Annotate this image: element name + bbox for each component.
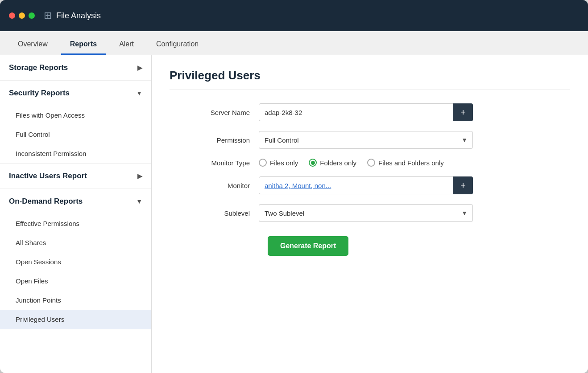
app-window: ⊞ File Analysis Overview Reports Alert C… xyxy=(0,0,588,373)
sidebar-item-open-files[interactable]: Open Files xyxy=(0,271,151,291)
sidebar-section-on-demand: On-Demand Reports ▼ Effective Permission… xyxy=(0,189,151,329)
page-title: Privileged Users xyxy=(170,69,570,90)
radio-files-and-folders[interactable]: Files and Folders only xyxy=(367,159,444,167)
tab-reports[interactable]: Reports xyxy=(61,35,106,55)
server-name-input[interactable] xyxy=(259,103,453,121)
storage-reports-arrow: ▶ xyxy=(137,64,142,71)
sidebar-item-inconsistent-permission[interactable]: Inconsistent Permission xyxy=(0,144,151,163)
sidebar: Storage Reports ▶ Security Reports ▼ Fil… xyxy=(0,55,152,373)
radio-circle-folders-only xyxy=(309,159,317,167)
app-icon: ⊞ xyxy=(44,10,52,21)
sidebar-section-on-demand-header[interactable]: On-Demand Reports ▼ xyxy=(0,189,151,214)
monitor-wrapper: anitha 2, Mount, non... + xyxy=(259,176,473,194)
monitor-row: Monitor anitha 2, Mount, non... + xyxy=(196,176,473,194)
tab-alert[interactable]: Alert xyxy=(110,35,143,55)
inactive-users-label: Inactive Users Report xyxy=(9,172,87,180)
sidebar-section-storage-header[interactable]: Storage Reports ▶ xyxy=(0,55,151,80)
permission-label: Permission xyxy=(196,136,259,144)
sublevel-row: Sublevel Two Sublevel One Sublevel Three… xyxy=(196,204,473,222)
monitor-type-row: Monitor Type Files only Folders only xyxy=(196,159,473,167)
sublevel-select-wrapper: Two Sublevel One Sublevel Three Sublevel… xyxy=(259,204,473,222)
radio-label-folders-only: Folders only xyxy=(320,159,356,167)
minimize-button[interactable] xyxy=(19,12,25,19)
main-layout: Storage Reports ▶ Security Reports ▼ Fil… xyxy=(0,55,588,373)
permission-select[interactable]: Full Control Read Write Modify xyxy=(259,131,473,149)
monitor-add-button[interactable]: + xyxy=(453,176,473,194)
titlebar: ⊞ File Analysis xyxy=(0,0,588,31)
tab-overview[interactable]: Overview xyxy=(9,35,57,55)
sidebar-section-inactive-users: Inactive Users Report ▶ xyxy=(0,164,151,189)
sidebar-item-open-sessions[interactable]: Open Sessions xyxy=(0,252,151,271)
radio-folders-only[interactable]: Folders only xyxy=(309,159,356,167)
radio-circle-files-and-folders xyxy=(367,159,375,167)
sidebar-item-files-open-access[interactable]: Files with Open Access xyxy=(0,106,151,125)
sidebar-item-effective-permissions[interactable]: Effective Permissions xyxy=(0,214,151,233)
sidebar-item-full-control[interactable]: Full Control xyxy=(0,125,151,144)
permission-select-wrapper: Full Control Read Write Modify ▼ xyxy=(259,131,473,149)
radio-circle-files-only xyxy=(259,159,267,167)
sidebar-section-inactive-header[interactable]: Inactive Users Report ▶ xyxy=(0,164,151,189)
on-demand-arrow: ▼ xyxy=(136,198,142,205)
radio-files-only[interactable]: Files only xyxy=(259,159,298,167)
content-area: Privileged Users Server Name + Permissio… xyxy=(152,55,588,373)
monitor-type-label: Monitor Type xyxy=(196,159,259,167)
sidebar-section-security-header[interactable]: Security Reports ▼ xyxy=(0,81,151,106)
monitor-type-radio-group: Files only Folders only Files and Folder… xyxy=(259,159,473,167)
security-reports-arrow: ▼ xyxy=(136,90,142,97)
sidebar-section-storage: Storage Reports ▶ xyxy=(0,55,151,81)
form-section: Server Name + Permission Full Control Re… xyxy=(196,103,473,256)
inactive-users-arrow: ▶ xyxy=(137,172,142,180)
on-demand-label: On-Demand Reports xyxy=(9,197,83,206)
server-name-label: Server Name xyxy=(196,109,259,116)
sublevel-label: Sublevel xyxy=(196,209,259,217)
generate-report-button[interactable]: Generate Report xyxy=(268,236,348,256)
sidebar-item-privileged-users[interactable]: Privileged Users xyxy=(0,310,151,329)
sidebar-item-all-shares[interactable]: All Shares xyxy=(0,233,151,252)
security-reports-label: Security Reports xyxy=(9,89,70,98)
tab-configuration[interactable]: Configuration xyxy=(147,35,207,55)
radio-label-files-and-folders: Files and Folders only xyxy=(378,159,444,167)
sidebar-item-junction-points[interactable]: Junction Points xyxy=(0,291,151,310)
server-name-wrapper: + xyxy=(259,103,473,121)
monitor-value[interactable]: anitha 2, Mount, non... xyxy=(259,176,453,194)
monitor-label: Monitor xyxy=(196,182,259,189)
sidebar-section-security: Security Reports ▼ Files with Open Acces… xyxy=(0,81,151,164)
window-controls xyxy=(9,12,35,19)
permission-row: Permission Full Control Read Write Modif… xyxy=(196,131,473,149)
maximize-button[interactable] xyxy=(29,12,35,19)
server-name-row: Server Name + xyxy=(196,103,473,121)
server-name-add-button[interactable]: + xyxy=(453,103,473,121)
nav-tabs: Overview Reports Alert Configuration xyxy=(0,31,588,55)
radio-label-files-only: Files only xyxy=(270,159,298,167)
storage-reports-label: Storage Reports xyxy=(9,63,68,72)
sublevel-select[interactable]: Two Sublevel One Sublevel Three Sublevel… xyxy=(259,204,473,222)
app-title: File Analysis xyxy=(56,11,101,20)
close-button[interactable] xyxy=(9,12,15,19)
